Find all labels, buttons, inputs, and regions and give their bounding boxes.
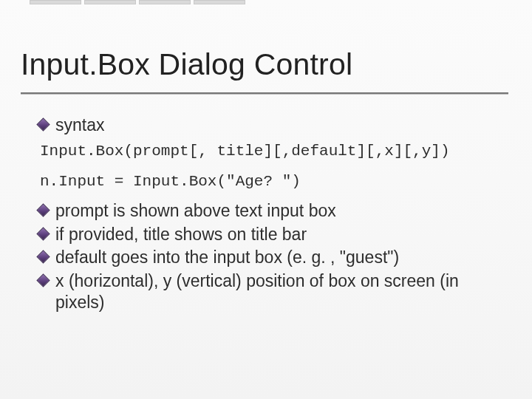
bullet-item: prompt is shown above text input box — [38, 200, 511, 222]
bullet-item: default goes into the input box (e. g. ,… — [38, 247, 511, 268]
thumb — [139, 0, 191, 4]
diamond-bullet-icon — [38, 120, 48, 129]
bullet-item: if provided, title shows on title bar — [38, 224, 511, 245]
bullet-text: default goes into the input box (e. g. ,… — [55, 247, 399, 268]
bullet-text: x (horizontal), y (vertical) position of… — [55, 270, 511, 314]
thumb — [84, 0, 136, 4]
diamond-bullet-icon — [38, 229, 48, 239]
bullet-text: syntax — [55, 115, 104, 136]
bullet-text: prompt is shown above text input box — [55, 200, 336, 222]
code-line: Input.Box(prompt[, title][,default][,x][… — [40, 140, 511, 163]
thumb — [194, 0, 245, 4]
thumb — [30, 0, 81, 4]
title-underline — [21, 92, 508, 94]
code-line: n.Input = Input.Box("Age? ") — [40, 171, 511, 193]
diamond-bullet-icon — [38, 205, 48, 215]
thumbnail-strip — [0, 0, 532, 6]
bullet-item: syntax — [38, 115, 511, 136]
diamond-bullet-icon — [38, 252, 48, 262]
title-block: Input.Box Dialog Control — [21, 47, 517, 94]
bullet-item: x (horizontal), y (vertical) position of… — [38, 270, 511, 314]
diamond-bullet-icon — [38, 276, 48, 285]
slide-title: Input.Box Dialog Control — [21, 47, 517, 82]
slide-content: syntax Input.Box(prompt[, title][,defaul… — [38, 115, 511, 314]
bullet-text: if provided, title shows on title bar — [55, 224, 307, 245]
slide: Input.Box Dialog Control syntax Input.Bo… — [0, 0, 532, 399]
